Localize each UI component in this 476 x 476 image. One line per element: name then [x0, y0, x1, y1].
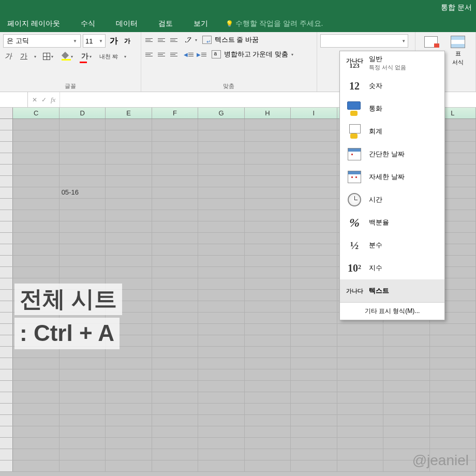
- cell[interactable]: [291, 369, 337, 380]
- cancel-icon[interactable]: ✕: [32, 96, 37, 103]
- increase-indent-button[interactable]: ▶: [197, 52, 206, 57]
- row-header[interactable]: [0, 119, 13, 130]
- cell[interactable]: [152, 415, 198, 426]
- cell[interactable]: [245, 199, 291, 210]
- cell[interactable]: [245, 130, 291, 141]
- cell[interactable]: [337, 438, 383, 449]
- tab-review[interactable]: 검토: [155, 17, 176, 31]
- cell[interactable]: [152, 426, 198, 437]
- cell[interactable]: [152, 165, 198, 175]
- cell[interactable]: [245, 233, 291, 244]
- cell[interactable]: [106, 187, 152, 198]
- cell[interactable]: [430, 392, 476, 403]
- format-general[interactable]: 가나다 123 일반 특정 서식 없음: [340, 51, 444, 75]
- cell[interactable]: [152, 449, 198, 460]
- cell[interactable]: [198, 199, 244, 210]
- cell[interactable]: [430, 335, 476, 346]
- col-header-g[interactable]: G: [198, 108, 244, 118]
- cell[interactable]: [152, 153, 198, 164]
- cell[interactable]: [337, 369, 383, 380]
- cell[interactable]: [430, 324, 476, 335]
- cell[interactable]: [198, 392, 244, 403]
- row-header[interactable]: [0, 358, 13, 369]
- cell[interactable]: [337, 392, 383, 403]
- cell[interactable]: [13, 119, 59, 130]
- chevron-down-icon[interactable]: ▾: [195, 38, 197, 42]
- cell[interactable]: [198, 426, 244, 437]
- row-header[interactable]: [0, 381, 13, 392]
- row-header[interactable]: [0, 438, 13, 449]
- cell[interactable]: [430, 404, 476, 414]
- cell[interactable]: [60, 165, 106, 175]
- cell[interactable]: [198, 313, 244, 323]
- cell[interactable]: [198, 210, 244, 221]
- format-currency[interactable]: 통화: [340, 97, 444, 120]
- cell[interactable]: [13, 221, 59, 232]
- cell[interactable]: [152, 392, 198, 403]
- chevron-down-icon[interactable]: ▾: [124, 54, 126, 59]
- cell[interactable]: [245, 221, 291, 232]
- format-percent[interactable]: % 백분율: [340, 211, 444, 234]
- decrease-indent-button[interactable]: ◀: [184, 52, 194, 57]
- cell[interactable]: [430, 347, 476, 358]
- row-header[interactable]: [0, 176, 13, 187]
- cell[interactable]: [13, 233, 59, 244]
- format-as-table-button[interactable]: 표 서식: [445, 35, 470, 66]
- cell[interactable]: [60, 130, 106, 141]
- cell[interactable]: [383, 335, 429, 346]
- cell[interactable]: [106, 460, 152, 471]
- cell[interactable]: [13, 369, 59, 380]
- cell[interactable]: [60, 199, 106, 210]
- cell[interactable]: [291, 449, 337, 460]
- cell[interactable]: [106, 199, 152, 210]
- row-header[interactable]: [0, 210, 13, 221]
- cell[interactable]: [106, 153, 152, 164]
- cell[interactable]: [245, 415, 291, 426]
- cell[interactable]: [13, 210, 59, 221]
- cell[interactable]: [152, 347, 198, 358]
- cell[interactable]: [106, 142, 152, 153]
- italic-button[interactable]: 가: [3, 51, 13, 62]
- cell[interactable]: [152, 130, 198, 141]
- cell[interactable]: [245, 153, 291, 164]
- cell[interactable]: [198, 369, 244, 380]
- fill-color-button[interactable]: ▾: [60, 52, 75, 61]
- grow-font-button[interactable]: 가: [108, 35, 120, 48]
- cell[interactable]: [198, 233, 244, 244]
- cell[interactable]: [383, 426, 429, 437]
- cell[interactable]: [291, 187, 337, 198]
- cell[interactable]: [337, 347, 383, 358]
- cell[interactable]: [383, 404, 429, 414]
- cell[interactable]: [291, 210, 337, 221]
- format-text[interactable]: 가나다 텍스트: [340, 279, 444, 302]
- cell[interactable]: [106, 381, 152, 392]
- cell[interactable]: [13, 415, 59, 426]
- cell[interactable]: [152, 358, 198, 369]
- cell[interactable]: [152, 335, 198, 346]
- cell[interactable]: [13, 381, 59, 392]
- hangul-button[interactable]: 내천 쨔: [98, 54, 119, 59]
- cell[interactable]: [383, 381, 429, 392]
- cell[interactable]: [152, 313, 198, 323]
- cell[interactable]: [13, 449, 59, 460]
- cell[interactable]: [198, 347, 244, 358]
- cell[interactable]: [60, 449, 106, 460]
- cell[interactable]: [106, 438, 152, 449]
- cell[interactable]: [152, 278, 198, 289]
- cell[interactable]: [152, 404, 198, 414]
- align-middle-button[interactable]: [157, 35, 168, 45]
- cell[interactable]: [337, 449, 383, 460]
- cell[interactable]: [383, 347, 429, 358]
- align-center-button[interactable]: [157, 49, 168, 60]
- cell[interactable]: [291, 176, 337, 187]
- cell[interactable]: [13, 244, 59, 255]
- col-header-c[interactable]: C: [13, 108, 59, 118]
- cell[interactable]: [106, 165, 152, 175]
- cell[interactable]: [245, 358, 291, 369]
- cell[interactable]: [198, 404, 244, 414]
- cell[interactable]: [383, 438, 429, 449]
- align-top-button[interactable]: [144, 35, 156, 45]
- cell[interactable]: [60, 392, 106, 403]
- cell[interactable]: [60, 381, 106, 392]
- row-header[interactable]: [0, 369, 13, 380]
